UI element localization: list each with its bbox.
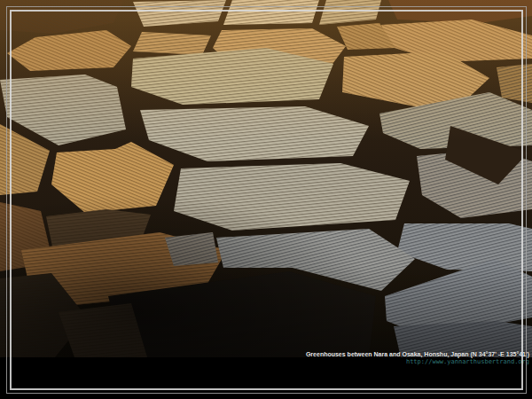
- caption-url-text: http://www.yannarthusbertrand.org: [33, 358, 529, 365]
- photo-illustration: [0, 0, 532, 357]
- wallpaper-canvas: Greenhouses between Nara and Osaka, Hons…: [0, 0, 532, 399]
- bottom-fade-overlay: [0, 266, 532, 357]
- aerial-greenhouses-photo: [0, 0, 532, 357]
- sunset-light-overlay: [0, 0, 532, 142]
